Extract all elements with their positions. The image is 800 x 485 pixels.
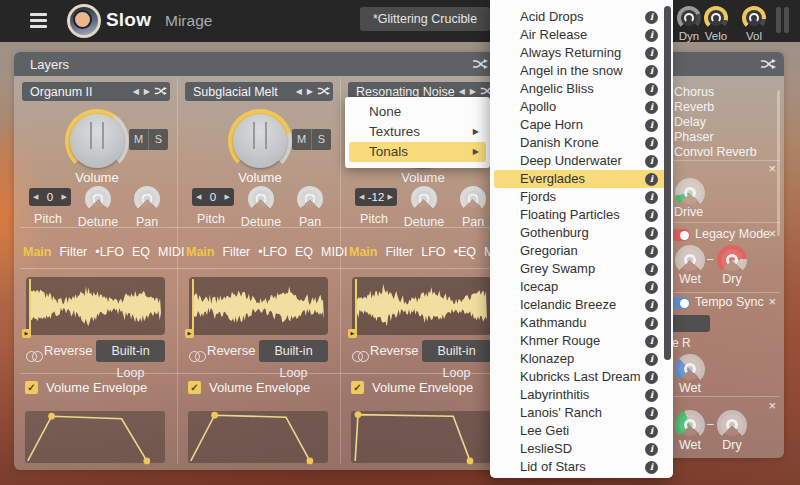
detune-knob[interactable] (411, 186, 437, 212)
prev-sample-icon[interactable]: ◀ (133, 87, 139, 96)
info-icon[interactable]: i (645, 137, 658, 150)
pitch-decrement-icon[interactable]: ◀ (33, 193, 38, 201)
waveform-display[interactable]: ▶ (189, 277, 328, 335)
volume-envelope-checkbox[interactable]: ✓ (351, 381, 364, 394)
reverse-toggle-icon[interactable] (352, 348, 369, 366)
fx-effect-chorus[interactable]: Chorus (664, 85, 784, 100)
preset-option[interactable]: Apolloi (490, 98, 673, 116)
close-icon[interactable]: × (768, 400, 776, 412)
pitch-stepper[interactable]: ◀ 0 ▶ (192, 188, 234, 206)
fx-effect-phaser[interactable]: Phaser (664, 130, 784, 145)
context-menu-item-textures[interactable]: Textures▶ (349, 122, 486, 142)
hamburger-menu-icon[interactable] (30, 13, 47, 28)
tab-midi[interactable]: MIDI (321, 245, 347, 259)
info-icon[interactable]: i (645, 155, 658, 168)
prev-sample-icon[interactable]: ◀ (296, 87, 302, 96)
info-icon[interactable]: i (645, 335, 658, 348)
next-sample-icon[interactable]: ▶ (144, 87, 150, 96)
tab-main[interactable]: Main (349, 245, 377, 259)
preset-option[interactable]: Lanois' Ranchi (490, 404, 673, 422)
envelope-node[interactable] (48, 413, 55, 420)
envelope-editor[interactable] (188, 411, 328, 463)
mute-button[interactable]: M (292, 129, 312, 150)
pitch-increment-icon[interactable]: ▶ (388, 193, 393, 201)
waveform-display[interactable]: ▶ (352, 277, 491, 335)
sample-start-handle[interactable]: ▶ (348, 329, 357, 338)
shuffle-icon[interactable] (472, 58, 488, 70)
close-icon[interactable]: × (768, 296, 776, 308)
pitch-increment-icon[interactable]: ▶ (225, 193, 230, 201)
preset-option[interactable]: Lid of Starsi (490, 458, 673, 476)
tab-midi[interactable]: MIDI (158, 245, 184, 259)
volume-knob[interactable] (228, 109, 292, 173)
info-icon[interactable]: i (645, 191, 658, 204)
tab-lfo[interactable]: LFO (421, 245, 445, 259)
close-icon[interactable]: × (768, 228, 776, 240)
info-icon[interactable]: i (645, 353, 658, 366)
pan-knob[interactable] (297, 186, 323, 212)
mute-solo-buttons[interactable]: M S (129, 129, 168, 150)
tab-lfo[interactable]: •LFO (258, 245, 287, 259)
preset-option[interactable]: Icelandic Breezei (490, 296, 673, 314)
fx-scrollbar[interactable] (777, 90, 780, 236)
legacy-wet-knob[interactable] (675, 245, 705, 275)
envelope-node[interactable] (467, 458, 474, 465)
mute-solo-buttons[interactable]: M S (292, 129, 331, 150)
sample-start-marker[interactable] (192, 279, 194, 333)
output-dry-knob[interactable] (717, 410, 747, 440)
fx-effect-delay[interactable]: Delay (664, 115, 784, 130)
info-icon[interactable]: i (645, 317, 658, 330)
info-icon[interactable]: i (645, 11, 658, 24)
preset-option[interactable]: Floating Particlesi (490, 206, 673, 224)
fx-effect-reverb[interactable]: Reverb (664, 100, 784, 115)
pan-knob[interactable] (134, 186, 160, 212)
pitch-increment-icon[interactable]: ▶ (62, 193, 67, 201)
info-icon[interactable]: i (645, 371, 658, 384)
reverse-toggle-icon[interactable] (189, 348, 206, 366)
tab-eq[interactable]: EQ (132, 245, 150, 259)
tempo-sync-toggle[interactable] (670, 297, 690, 309)
shuffle-icon[interactable] (760, 58, 776, 70)
tab-eq[interactable]: EQ (295, 245, 313, 259)
close-icon[interactable]: × (768, 163, 776, 175)
envelope-node[interactable] (211, 412, 218, 419)
tab-filter[interactable]: Filter (59, 245, 87, 259)
preset-option[interactable]: Lee Getii (490, 422, 673, 440)
builtin-loop-button[interactable]: Built-in Loop (96, 340, 165, 362)
sample-start-marker[interactable] (355, 279, 357, 333)
pitch-stepper[interactable]: ◀ -12 ▶ (355, 188, 397, 206)
tab-main[interactable]: Main (186, 245, 214, 259)
tab-eq[interactable]: •EQ (454, 245, 476, 259)
volume-envelope-checkbox[interactable]: ✓ (188, 381, 201, 394)
info-icon[interactable]: i (645, 47, 658, 60)
sample-start-handle[interactable]: ▶ (185, 329, 194, 338)
tab-filter[interactable]: Filter (222, 245, 250, 259)
preset-option[interactable]: Kubricks Last Dreami (490, 368, 673, 386)
preset-option[interactable]: Icecapi (490, 278, 673, 296)
solo-button[interactable]: S (312, 129, 331, 150)
info-icon[interactable]: i (645, 65, 658, 78)
fx-effect-convol-reverb[interactable]: Convol Reverb (664, 145, 784, 160)
preset-option[interactable]: Deep Underwateri (490, 152, 673, 170)
preset-option[interactable]: Kathmandui (490, 314, 673, 332)
prev-sample-icon[interactable]: ◀ (459, 87, 465, 96)
info-icon[interactable]: i (645, 29, 658, 42)
reverse-toggle-icon[interactable] (26, 348, 43, 366)
mute-button[interactable]: M (129, 129, 149, 150)
volume-envelope-checkbox[interactable]: ✓ (25, 381, 38, 394)
preset-name-button[interactable]: *Glittering Crucible (360, 7, 490, 31)
info-icon[interactable]: i (645, 281, 658, 294)
next-sample-icon[interactable]: ▶ (307, 87, 313, 96)
pitch-stepper[interactable]: ◀ 0 ▶ (29, 188, 71, 206)
envelope-editor[interactable] (351, 411, 491, 463)
submenu-scrollbar-thumb[interactable] (664, 6, 671, 360)
preset-option[interactable]: Fjordsi (490, 188, 673, 206)
envelope-editor[interactable] (25, 411, 165, 463)
vol-knob[interactable] (742, 6, 766, 30)
detune-knob[interactable] (248, 186, 274, 212)
preset-option[interactable]: Klonazepi (490, 350, 673, 368)
preset-option[interactable]: Khmer Rougei (490, 332, 673, 350)
info-icon[interactable]: i (645, 209, 658, 222)
preset-option[interactable]: Gregoriani (490, 242, 673, 260)
output-wet-knob[interactable] (675, 410, 705, 440)
